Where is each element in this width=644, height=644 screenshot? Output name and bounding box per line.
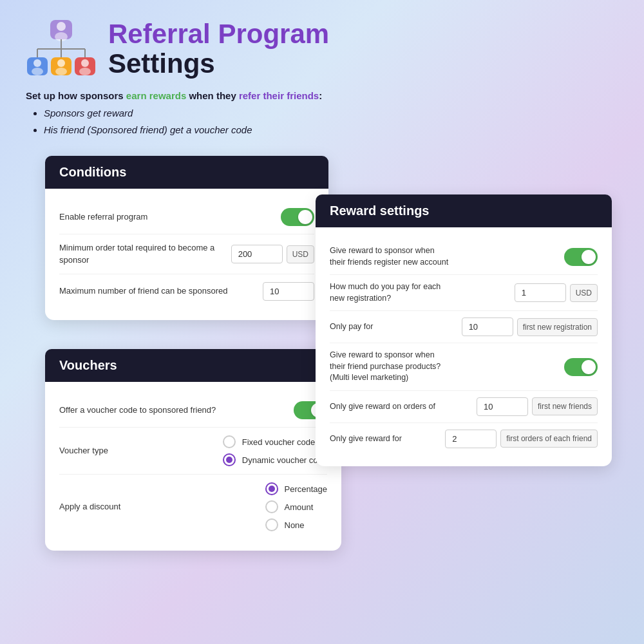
header-text: Referral Program Settings (108, 19, 329, 79)
only-pay-suffix: first new registration (517, 318, 598, 336)
pay-per-reg-suffix: USD (570, 284, 598, 302)
toggle-knob-3 (582, 360, 596, 374)
pay-per-reg-control: USD (515, 283, 598, 302)
max-friends-label: Maximum number of friend can be sponsore… (59, 285, 263, 297)
radio-percentage-label: Percentage (285, 484, 328, 494)
voucher-type-row: Voucher type Fixed voucher code Dynamic … (59, 428, 327, 475)
reward-orders-of-control: first new friends (477, 397, 598, 416)
radio-none-label: None (285, 520, 305, 530)
pay-per-reg-row: How much do you pay for each new registr… (330, 275, 598, 311)
offer-voucher-row: Offer a voucher code to sponsored friend… (59, 393, 327, 428)
reward-card-header: Reward settings (316, 194, 612, 227)
enable-referral-control (281, 208, 314, 226)
reward-purchase-toggle[interactable] (564, 358, 598, 376)
conditions-card: Conditions Enable referral program Minim… (45, 156, 328, 319)
subtitle-part3: : (319, 90, 322, 101)
max-friends-row: Maximum number of friend can be sponsore… (59, 274, 314, 308)
refer-friends-text: refer their friends (239, 90, 319, 101)
radio-dynamic-circle (223, 453, 236, 466)
reward-orders-of-row: Only give reward on orders of first new … (330, 391, 598, 423)
only-pay-control: first new registration (462, 317, 598, 336)
apply-discount-row: Apply a discount Percentage Amount (59, 475, 327, 539)
toggle-knob-2 (582, 250, 596, 264)
svg-point-12 (57, 59, 65, 67)
min-order-input[interactable] (231, 245, 283, 263)
enable-referral-row: Enable referral program (59, 200, 314, 234)
only-pay-row: Only pay for first new registration (330, 311, 598, 343)
subtitle-text: Set up how sponsors earn rewards when th… (26, 90, 618, 101)
voucher-type-fixed[interactable]: Fixed voucher code (223, 435, 327, 448)
reward-register-toggle[interactable] (564, 248, 598, 266)
svg-point-13 (55, 68, 67, 75)
svg-point-1 (57, 22, 66, 31)
page-title-line1: Referral Program (108, 19, 329, 49)
radio-none-circle (265, 518, 278, 531)
reward-register-row: Give reward to sponsor when their friend… (330, 239, 598, 275)
earn-rewards-text: earn rewards (126, 90, 186, 101)
reward-card: Reward settings Give reward to sponsor w… (316, 194, 612, 466)
voucher-type-radio-group: Fixed voucher code Dynamic voucher code (223, 435, 327, 466)
org-chart-icon (26, 20, 97, 78)
offer-voucher-label: Offer a voucher code to sponsored friend… (59, 404, 294, 416)
only-pay-input[interactable] (462, 317, 513, 336)
only-pay-label: Only pay for (330, 321, 459, 333)
radio-fixed-label: Fixed voucher code (242, 437, 315, 447)
reward-orders-of-suffix: first new friends (532, 397, 598, 415)
apply-discount-control: Percentage Amount None (265, 482, 328, 531)
discount-amount[interactable]: Amount (265, 500, 328, 513)
svg-point-15 (81, 59, 89, 67)
reward-orders-of-input[interactable] (477, 397, 528, 416)
min-order-control: USD (231, 245, 314, 263)
reward-purchase-control (564, 358, 598, 376)
subtitle-section: Set up how sponsors earn rewards when th… (26, 90, 618, 138)
svg-point-10 (32, 68, 43, 75)
reward-orders-of-label: Only give reward on orders of (330, 401, 459, 413)
enable-referral-label: Enable referral program (59, 211, 281, 223)
enable-referral-toggle[interactable] (281, 208, 314, 226)
min-order-label: Minimum order total required to become a… (59, 242, 231, 265)
discount-percentage[interactable]: Percentage (265, 482, 328, 495)
min-order-suffix: USD (287, 245, 314, 263)
reward-for-row: Only give reward for first orders of eac… (330, 423, 598, 455)
reward-register-control (564, 248, 598, 266)
bullet-1: Sponsors get reward (44, 105, 618, 122)
radio-dynamic-label: Dynamic voucher code (242, 455, 327, 465)
reward-purchase-row: Give reward to sponsor when their friend… (330, 343, 598, 391)
reward-for-label: Only give reward for (330, 433, 445, 445)
min-order-row: Minimum order total required to become a… (59, 234, 314, 274)
cards-area: Conditions Enable referral program Minim… (26, 156, 618, 574)
voucher-type-label: Voucher type (59, 445, 223, 457)
reward-for-control: first orders of each friend (445, 430, 598, 448)
pay-per-reg-input[interactable] (515, 283, 566, 302)
voucher-type-dynamic[interactable]: Dynamic voucher code (223, 453, 327, 466)
max-friends-control (263, 282, 314, 301)
reward-card-body: Give reward to sponsor when their friend… (316, 227, 612, 466)
header: Referral Program Settings (26, 19, 618, 79)
discount-radio-group: Percentage Amount None (265, 482, 328, 531)
radio-amount-circle (265, 500, 278, 513)
page-title-line2: Settings (108, 49, 329, 79)
reward-for-input[interactable] (445, 430, 497, 448)
conditions-title: Conditions (59, 165, 126, 179)
svg-point-16 (79, 68, 91, 75)
vouchers-card: Vouchers Offer a voucher code to sponsor… (45, 349, 341, 551)
apply-discount-label: Apply a discount (59, 501, 265, 513)
toggle-knob (298, 210, 312, 224)
subtitle-part1: Set up how sponsors (26, 90, 126, 101)
bullet-list: Sponsors get reward His friend (Sponsore… (26, 105, 618, 138)
max-friends-input[interactable] (263, 282, 314, 301)
reward-title: Reward settings (330, 204, 429, 218)
conditions-card-body: Enable referral program Minimum order to… (45, 189, 328, 319)
pay-per-reg-label: How much do you pay for each new registr… (330, 281, 459, 304)
reward-for-suffix: first orders of each friend (500, 430, 598, 448)
voucher-type-control: Fixed voucher code Dynamic voucher code (223, 435, 327, 466)
discount-none[interactable]: None (265, 518, 328, 531)
subtitle-part2: when they (186, 90, 239, 101)
reward-register-label: Give reward to sponsor when their friend… (330, 245, 459, 268)
radio-percentage-circle (265, 482, 278, 495)
bullet-2: His friend (Sponsored friend) get a vouc… (44, 122, 618, 138)
vouchers-card-header: Vouchers (45, 349, 341, 382)
conditions-card-header: Conditions (45, 156, 328, 189)
radio-fixed-circle (223, 435, 236, 448)
vouchers-title: Vouchers (59, 358, 117, 372)
